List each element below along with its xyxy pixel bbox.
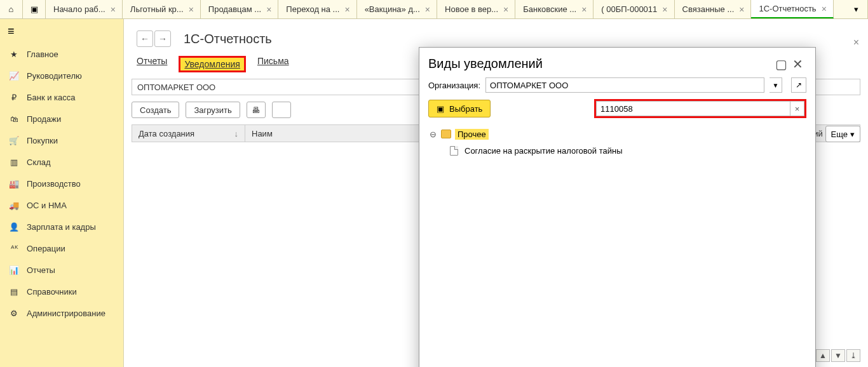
select-icon: ▣ [437,104,444,114]
column-date[interactable]: Дата создания↓ [132,125,245,142]
printer-icon: 🖶 [252,105,260,115]
tab-related[interactable]: Связанные ... × [675,0,752,18]
document-icon [450,146,458,156]
person-icon: 👤 [9,222,19,232]
cart-icon: 🛒 [9,136,19,145]
sidebar-item-label: Отчеты [27,265,55,275]
close-icon[interactable]: × [424,4,431,15]
tab-sellers[interactable]: Продавцам ... × [201,0,279,18]
close-icon[interactable]: × [343,4,351,15]
tab-start[interactable]: Начало раб... × [46,0,123,18]
close-icon[interactable]: × [738,4,745,15]
sidebar-item-payroll[interactable]: 👤Зарплата и кадры [0,216,123,237]
sidebar-item-production[interactable]: 🏭Производство [0,173,123,194]
sidebar-item-bank[interactable]: ₽Банк и касса [0,86,123,108]
dialog-title: Виды уведомлений [428,57,543,71]
sidebar-item-manager[interactable]: 📈Руководителю [0,65,123,86]
org-dropdown-button[interactable]: ▼ [770,77,782,93]
tab-label: «Вакцина» д... [365,4,420,14]
tab-label: Новое в вер... [445,4,498,14]
tab-transition[interactable]: Переход на ... × [278,0,356,18]
subtab-letters[interactable]: Письма [257,56,289,72]
close-icon[interactable]: × [502,4,510,15]
notification-types-dialog: Виды уведомлений ▢ ✕ Организация: ОПТОМА… [419,47,816,367]
org-filter-value: ОПТОМАРКЕТ ООО [137,83,215,92]
tab-bank[interactable]: Банковские ... × [515,0,593,18]
tab-docnum[interactable]: ( 00БП-000011 × [593,0,674,18]
bag-icon: 🛍 [9,114,19,124]
sidebar-item-label: Руководителю [27,71,82,81]
extra-button-1[interactable] [272,102,291,118]
top-tab-bar: ⌂ ▣ Начало раб... × Льготный кр... × Про… [0,0,868,19]
tab-new[interactable]: Новое в вер... × [437,0,515,18]
sidebar-item-label: Администрирование [27,309,105,318]
org-open-button[interactable]: ↗ [791,77,806,93]
search-clear-button[interactable]: × [790,101,804,116]
sidebar-item-label: Зарплата и кадры [27,222,96,232]
panels-button[interactable]: ▣ [23,0,46,18]
bar-chart-icon: 📊 [9,265,19,275]
subtab-reports[interactable]: Отчеты [137,56,167,72]
tree-item-label: Согласие на раскрытие налоговой тайны [465,146,623,156]
sidebar-item-operations[interactable]: ᴬᴷОперации [0,237,123,259]
button-label: Выбрать [449,104,482,114]
close-icon[interactable]: × [109,4,117,15]
org-select-field[interactable]: ОПТОМАРКЕТ ООО [485,77,764,93]
sidebar-item-main[interactable]: ★Главное [0,43,123,65]
tab-overflow-button[interactable]: ▾ [845,0,868,18]
close-icon[interactable]: × [580,4,588,15]
nav-back-button[interactable]: ← [137,30,153,47]
scroll-up-button[interactable]: ▲ [816,349,830,362]
tabs-container: Начало раб... × Льготный кр... × Продавц… [46,0,845,18]
close-icon[interactable]: × [265,4,273,15]
org-value: ОПТОМАРКЕТ ООО [490,81,568,90]
tab-label: Продавцам ... [208,4,261,14]
ledger-icon: ᴬᴷ [9,244,19,253]
sidebar-item-label: Главное [27,50,58,59]
print-button[interactable]: 🖶 [247,102,266,118]
create-button[interactable]: Создать [132,102,179,118]
tab-credit[interactable]: Льготный кр... × [123,0,201,18]
dialog-close-button[interactable]: ✕ [791,58,804,70]
tree-folder-row[interactable]: ⊖ Прочее [428,126,806,142]
page-close-button[interactable]: × [853,37,859,48]
load-button[interactable]: Загрузить [186,102,240,118]
close-icon[interactable]: × [187,4,195,15]
sidebar-item-purchases[interactable]: 🛒Покупки [0,130,123,151]
sidebar-item-assets[interactable]: 🚚ОС и НМА [0,194,123,216]
search-input[interactable] [596,101,790,116]
nav-forward-button[interactable]: → [154,30,171,47]
star-icon: ★ [9,50,19,59]
scroll-down-button[interactable]: ▼ [831,349,845,362]
sidebar-item-admin[interactable]: ⚙Администрирование [0,302,123,324]
home-button[interactable]: ⌂ [0,0,23,18]
sidebar-item-directories[interactable]: ▤Справочники [0,281,123,302]
grid-icon: ▥ [9,157,19,167]
tab-vaccine[interactable]: «Вакцина» д... × [357,0,437,18]
sidebar-item-reports[interactable]: 📊Отчеты [0,259,123,281]
page-title: 1С-Отчетность [184,32,272,46]
close-icon[interactable]: × [661,4,668,15]
tab-reporting[interactable]: 1С-Отчетность × [751,0,833,18]
select-button[interactable]: ▣ Выбрать [428,100,491,117]
subtab-notifications[interactable]: Уведомления [179,56,246,72]
sidebar-item-label: ОС и НМА [27,201,67,210]
tab-label: Льготный кр... [130,4,184,14]
sidebar-item-label: Банк и касса [27,93,76,102]
menu-toggle[interactable]: ≡ [0,19,123,43]
scroll-bottom-button[interactable]: ⤓ [846,349,860,362]
ruble-icon: ₽ [9,93,19,102]
more-button[interactable]: Еще▾ [825,126,860,142]
sidebar-item-label: Продажи [27,114,61,124]
dialog-maximize-button[interactable]: ▢ [775,58,787,70]
close-icon[interactable]: × [820,4,828,14]
sidebar-item-sales[interactable]: 🛍Продажи [0,108,123,130]
collapse-icon[interactable]: ⊖ [428,130,437,139]
book-icon: ▤ [9,287,19,297]
tab-label: 1С-Отчетность [759,4,816,13]
tree-item-row[interactable]: Согласие на раскрытие налоговой тайны [428,142,806,159]
folder-icon [441,130,451,138]
content-area: × ← → 1С-Отчетность Отчеты Уведомления П… [124,19,868,367]
sidebar-item-label: Покупки [27,136,58,145]
sidebar-item-warehouse[interactable]: ▥Склад [0,151,123,173]
